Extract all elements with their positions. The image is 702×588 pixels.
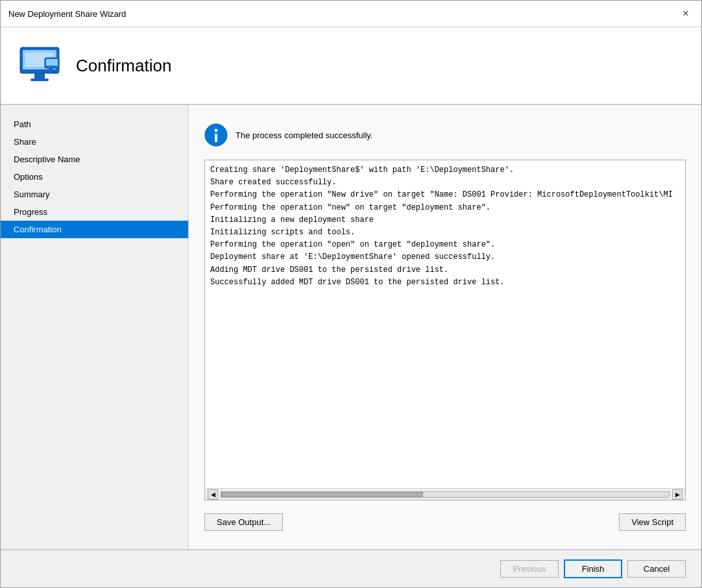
sidebar-item-descriptive-name[interactable]: Descriptive Name: [1, 151, 188, 168]
previous-button[interactable]: Previous: [500, 560, 559, 578]
status-row: The process completed successfully.: [204, 121, 686, 149]
sidebar-item-share[interactable]: Share: [1, 133, 188, 151]
log-container: Creating share 'DeploymentShare$' with p…: [204, 160, 686, 500]
svg-rect-7: [49, 68, 53, 70]
svg-rect-11: [215, 134, 217, 142]
sidebar-item-summary[interactable]: Summary: [1, 186, 188, 203]
scroll-right-arrow[interactable]: ▶: [672, 489, 683, 500]
cancel-button[interactable]: Cancel: [627, 560, 686, 578]
scroll-thumb: [221, 492, 423, 497]
scroll-left-arrow[interactable]: ◀: [208, 489, 218, 500]
svg-rect-3: [34, 73, 45, 79]
svg-point-10: [215, 129, 218, 132]
main-panel: The process completed successfully. Crea…: [189, 105, 701, 549]
footer: Previous Finish Cancel: [1, 549, 701, 587]
window-title: New Deployment Share Wizard: [8, 9, 126, 19]
sidebar-item-progress[interactable]: Progress: [1, 203, 188, 221]
svg-rect-6: [46, 59, 58, 66]
horizontal-scrollbar[interactable]: ◀ ▶: [205, 488, 685, 500]
view-script-button[interactable]: View Script: [619, 513, 686, 531]
finish-button[interactable]: Finish: [564, 559, 622, 578]
svg-rect-4: [30, 79, 49, 81]
save-output-button[interactable]: Save Output...: [204, 513, 283, 531]
page-title: Confirmation: [76, 56, 171, 76]
action-button-row: Save Output... View Script: [204, 511, 686, 533]
sidebar-item-path[interactable]: Path: [1, 116, 188, 133]
sidebar: Path Share Descriptive Name Options Summ…: [1, 105, 189, 549]
header-area: Confirmation: [1, 27, 701, 105]
sidebar-item-confirmation[interactable]: Confirmation: [1, 221, 188, 238]
scroll-track[interactable]: [221, 491, 670, 498]
log-output[interactable]: Creating share 'DeploymentShare$' with p…: [205, 160, 685, 488]
wizard-window: New Deployment Share Wizard × Conf: [0, 0, 702, 588]
title-bar: New Deployment Share Wizard ×: [1, 1, 701, 27]
sidebar-item-options[interactable]: Options: [1, 168, 188, 186]
svg-rect-8: [47, 70, 54, 71]
content-area: Path Share Descriptive Name Options Summ…: [1, 105, 701, 549]
wizard-icon: [16, 42, 63, 89]
status-text: The process completed successfully.: [236, 130, 372, 140]
close-button[interactable]: ×: [678, 6, 694, 21]
info-icon: [204, 123, 228, 147]
